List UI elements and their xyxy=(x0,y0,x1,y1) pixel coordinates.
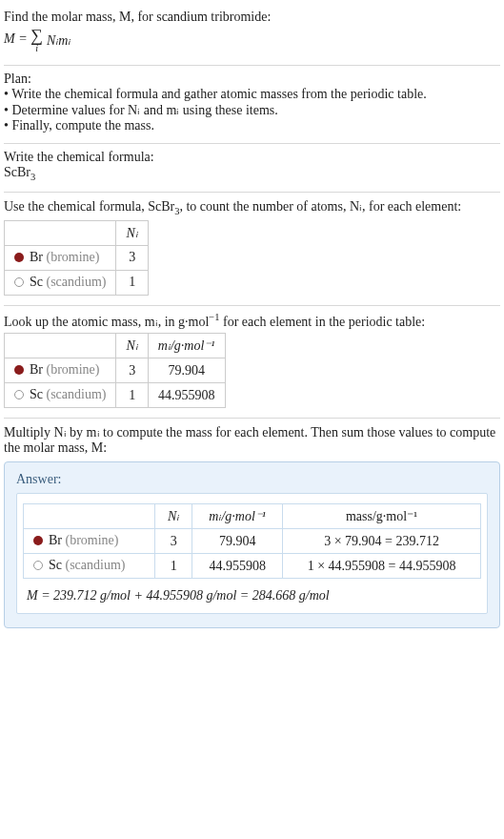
result-section: Multiply Nᵢ by mᵢ to compute the mass fo… xyxy=(4,419,500,638)
eq-left: M = xyxy=(4,31,30,46)
count-section: Use the chemical formula, ScBr3, to coun… xyxy=(4,193,500,306)
sigma-icon: ∑ i xyxy=(30,27,43,53)
element-br: Br (bromine) xyxy=(14,362,99,378)
ni-value: 1 xyxy=(155,554,192,579)
element-dot-icon xyxy=(14,390,24,399)
element-sc: Sc (scandium) xyxy=(33,558,125,573)
mass-heading: Look up the atomic mass, mᵢ, in g·mol−1 … xyxy=(4,312,500,330)
element-dot-icon xyxy=(14,277,24,287)
table-header-row: Nᵢ xyxy=(5,220,149,245)
ni-value: 3 xyxy=(155,529,192,554)
count-heading: Use the chemical formula, ScBr3, to coun… xyxy=(4,198,500,216)
table-row: Br (bromine) 3 79.904 xyxy=(5,358,226,383)
plan-bullet-2: • Determine values for Nᵢ and mᵢ using t… xyxy=(4,102,500,118)
plan-bullet-3: • Finally, compute the mass. xyxy=(4,118,500,133)
ni-value: 1 xyxy=(116,270,148,295)
element-br: Br (bromine) xyxy=(14,250,99,265)
element-sc: Sc (scandium) xyxy=(14,275,106,290)
plan-section: Plan: • Write the chemical formula and g… xyxy=(4,66,500,144)
col-element xyxy=(5,220,116,245)
mi-value: 79.904 xyxy=(192,529,283,554)
plan-bullet-1: • Write the chemical formula and gather … xyxy=(4,87,500,102)
eq-right: Nᵢmᵢ xyxy=(47,32,71,49)
formula-heading: Write the chemical formula: xyxy=(4,150,500,165)
col-mass: mass/g·mol⁻¹ xyxy=(283,504,481,529)
table-row: Sc (scandium) 1 xyxy=(5,270,149,295)
summation: ∑ i Nᵢmᵢ xyxy=(30,27,71,53)
element-dot-icon xyxy=(33,561,43,570)
answer-label: Answer: xyxy=(16,472,488,487)
element-br: Br (bromine) xyxy=(33,533,118,548)
ni-value: 3 xyxy=(116,358,148,383)
col-ni: Nᵢ xyxy=(155,504,192,529)
element-dot-icon xyxy=(14,365,24,375)
element-dot-icon xyxy=(33,536,43,545)
intro-prompt: Find the molar mass, M, for scandium tri… xyxy=(4,10,500,25)
table-header-row: Nᵢ mᵢ/g·mol⁻¹ mass/g·mol⁻¹ xyxy=(24,504,481,529)
mass-section: Look up the atomic mass, mᵢ, in g·mol−1 … xyxy=(4,306,500,420)
col-ni: Nᵢ xyxy=(116,220,148,245)
table-row: Br (bromine) 3 79.904 3 × 79.904 = 239.7… xyxy=(24,529,481,554)
element-sc: Sc (scandium) xyxy=(14,387,106,402)
multiply-heading: Multiply Nᵢ by mᵢ to compute the mass fo… xyxy=(4,424,500,456)
col-mi: mᵢ/g·mol⁻¹ xyxy=(148,334,225,358)
answer-table: Nᵢ mᵢ/g·mol⁻¹ mass/g·mol⁻¹ Br (bromine) … xyxy=(23,503,481,579)
table-row: Sc (scandium) 1 44.955908 xyxy=(5,383,226,408)
molar-mass-equation: M = ∑ i Nᵢmᵢ xyxy=(4,27,500,53)
ni-value: 3 xyxy=(116,245,148,270)
answer-box: Answer: Nᵢ mᵢ/g·mol⁻¹ mass/g·mol⁻¹ Br (b… xyxy=(4,461,500,628)
mi-value: 79.904 xyxy=(148,358,225,383)
ni-value: 1 xyxy=(116,383,148,408)
col-element xyxy=(24,504,155,529)
answer-inner: Nᵢ mᵢ/g·mol⁻¹ mass/g·mol⁻¹ Br (bromine) … xyxy=(16,493,488,614)
final-result: M = 239.712 g/mol + 44.955908 g/mol = 28… xyxy=(27,588,477,604)
table-row: Sc (scandium) 1 44.955908 1 × 44.955908 … xyxy=(24,554,481,579)
table-header-row: Nᵢ mᵢ/g·mol⁻¹ xyxy=(5,334,226,358)
col-ni: Nᵢ xyxy=(116,334,148,358)
count-table: Nᵢ Br (bromine) 3 Sc (scandium) 1 xyxy=(4,220,149,296)
mass-table: Nᵢ mᵢ/g·mol⁻¹ Br (bromine) 3 79.904 Sc (… xyxy=(4,333,226,408)
formula-section: Write the chemical formula: ScBr3 xyxy=(4,144,500,193)
mi-value: 44.955908 xyxy=(148,383,225,408)
col-element xyxy=(5,334,116,358)
chemical-formula: ScBr3 xyxy=(4,165,500,182)
element-dot-icon xyxy=(14,253,24,262)
col-mi: mᵢ/g·mol⁻¹ xyxy=(192,504,283,529)
plan-heading: Plan: xyxy=(4,72,500,87)
table-row: Br (bromine) 3 xyxy=(5,245,149,270)
mi-value: 44.955908 xyxy=(192,554,283,579)
intro-section: Find the molar mass, M, for scandium tri… xyxy=(4,4,500,66)
mass-value: 1 × 44.955908 = 44.955908 xyxy=(283,554,481,579)
mass-value: 3 × 79.904 = 239.712 xyxy=(283,529,481,554)
